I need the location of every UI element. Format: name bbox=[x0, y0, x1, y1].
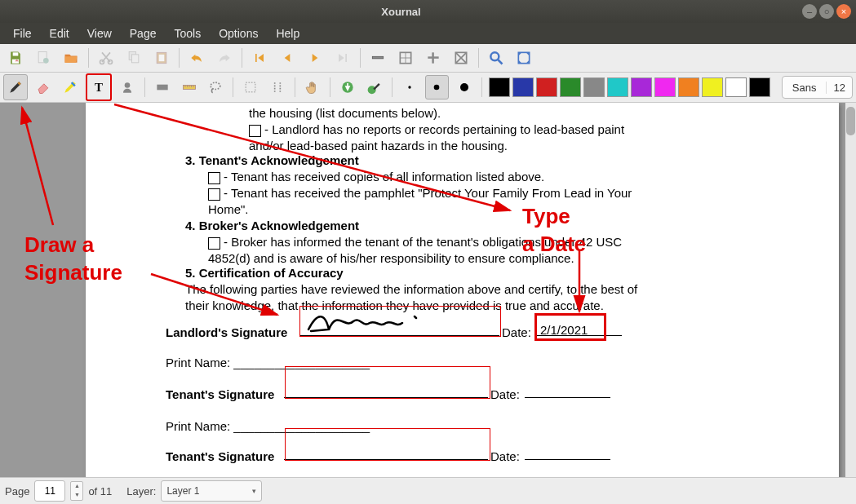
image-tool[interactable] bbox=[117, 76, 138, 99]
document-area: the housing (list documents below). - La… bbox=[0, 103, 856, 477]
zoom-width-button[interactable] bbox=[449, 46, 473, 69]
doc-line: 4852(d) and is aware of his/her responsi… bbox=[208, 251, 574, 265]
toolbar-main bbox=[0, 44, 856, 73]
menu-edit[interactable]: Edit bbox=[42, 24, 78, 42]
default-pen-tool[interactable] bbox=[364, 76, 385, 99]
landlord-sig-label: Landlord's Signature bbox=[166, 325, 287, 339]
last-page-button[interactable] bbox=[330, 46, 355, 69]
color-swatch-7[interactable] bbox=[654, 77, 676, 97]
layer-label: Layer: bbox=[126, 485, 156, 497]
titlebar: Xournal – ○ × bbox=[0, 0, 856, 23]
font-selector[interactable]: Sans 12 bbox=[782, 76, 853, 99]
open-button[interactable] bbox=[59, 46, 83, 69]
svg-rect-9 bbox=[159, 55, 165, 61]
prev-page-button[interactable] bbox=[275, 46, 299, 69]
menu-tools[interactable]: Tools bbox=[166, 24, 209, 42]
annot-sig-box bbox=[285, 366, 490, 399]
svg-rect-7 bbox=[132, 55, 139, 63]
svg-rect-13 bbox=[432, 52, 434, 63]
shape-tool[interactable] bbox=[152, 76, 173, 99]
thin-stroke[interactable] bbox=[399, 76, 420, 99]
menu-file[interactable]: File bbox=[5, 24, 40, 42]
doc-line: - Tenant has received copies of all info… bbox=[208, 170, 544, 184]
redo-button[interactable] bbox=[212, 46, 237, 69]
svg-rect-23 bbox=[246, 82, 256, 92]
annot-sig-box bbox=[285, 428, 490, 461]
new-button[interactable] bbox=[31, 46, 55, 69]
hand-tool[interactable] bbox=[302, 76, 323, 99]
tenant-sig-label: Tenant's Signature bbox=[166, 449, 274, 463]
default-tool[interactable] bbox=[337, 76, 358, 99]
color-swatch-0[interactable] bbox=[489, 77, 510, 97]
scrollbar[interactable] bbox=[845, 103, 856, 477]
svg-rect-20 bbox=[157, 85, 168, 91]
lasso-tool[interactable] bbox=[205, 76, 226, 99]
svg-line-16 bbox=[499, 60, 503, 64]
next-page-button[interactable] bbox=[303, 46, 327, 69]
zoom-fit-button[interactable] bbox=[393, 46, 418, 69]
fullscreen-button[interactable] bbox=[512, 46, 536, 69]
close-button[interactable]: × bbox=[836, 4, 851, 19]
copy-button[interactable] bbox=[122, 46, 146, 69]
thick-stroke[interactable] bbox=[454, 76, 475, 99]
svg-rect-0 bbox=[13, 52, 19, 55]
eraser-tool[interactable] bbox=[33, 76, 54, 99]
signature-drawing bbox=[304, 305, 435, 336]
color-swatch-6[interactable] bbox=[631, 77, 652, 97]
svg-line-29 bbox=[22, 108, 53, 225]
svg-point-25 bbox=[367, 86, 375, 94]
medium-stroke[interactable] bbox=[425, 75, 448, 99]
color-swatch-11[interactable] bbox=[749, 77, 770, 97]
scrollbar-thumb[interactable] bbox=[846, 107, 855, 135]
color-swatch-8[interactable] bbox=[678, 77, 699, 97]
vertical-space-tool[interactable] bbox=[267, 76, 288, 99]
menu-page[interactable]: Page bbox=[122, 24, 165, 42]
highlighter-tool[interactable] bbox=[60, 76, 81, 99]
color-swatch-10[interactable] bbox=[725, 77, 747, 97]
page[interactable]: the housing (list documents below). - La… bbox=[86, 103, 839, 477]
pen-tool[interactable] bbox=[3, 74, 28, 100]
typed-date: 2/1/2021 bbox=[540, 323, 588, 337]
first-page-button[interactable] bbox=[247, 46, 272, 69]
date-line bbox=[525, 397, 610, 398]
menu-help[interactable]: Help bbox=[268, 24, 308, 42]
page-spinner[interactable]: ▲▼ bbox=[70, 481, 83, 501]
doc-line: the housing (list documents below). bbox=[249, 106, 441, 120]
menu-view[interactable]: View bbox=[79, 24, 120, 42]
minimize-button[interactable]: – bbox=[802, 4, 817, 19]
color-swatch-3[interactable] bbox=[560, 77, 581, 97]
color-swatch-4[interactable] bbox=[583, 77, 605, 97]
select-rect-tool[interactable] bbox=[240, 76, 261, 99]
zoom-in-button[interactable] bbox=[421, 46, 446, 69]
doc-line: and/or lead-based paint hazards in the h… bbox=[249, 139, 508, 153]
svg-point-15 bbox=[490, 52, 499, 60]
undo-button[interactable] bbox=[184, 46, 209, 69]
doc-line: - Broker has informed the tenant of the … bbox=[208, 235, 622, 250]
paste-button[interactable] bbox=[149, 46, 174, 69]
zoom-out-button[interactable] bbox=[366, 46, 390, 69]
svg-rect-10 bbox=[372, 56, 383, 59]
zoom-button[interactable] bbox=[484, 46, 508, 69]
font-size: 12 bbox=[826, 82, 851, 94]
doc-heading: 4. Broker's Acknowledgement bbox=[185, 219, 359, 232]
cut-button[interactable] bbox=[94, 46, 118, 69]
tenant-sig-label: Tenant's Signature bbox=[166, 387, 274, 401]
layer-select[interactable]: Layer 1▾ bbox=[161, 480, 262, 502]
menu-options[interactable]: Options bbox=[211, 24, 266, 42]
text-tool[interactable]: T bbox=[86, 73, 112, 101]
date-line bbox=[525, 459, 610, 460]
doc-line: - Landlord has no reports or records per… bbox=[249, 122, 624, 137]
maximize-button[interactable]: ○ bbox=[819, 4, 834, 19]
save-button[interactable] bbox=[3, 46, 28, 69]
color-swatch-5[interactable] bbox=[607, 77, 628, 97]
color-swatch-9[interactable] bbox=[702, 77, 723, 97]
color-swatch-2[interactable] bbox=[536, 77, 557, 97]
svg-point-27 bbox=[434, 85, 440, 91]
color-swatch-1[interactable] bbox=[512, 77, 534, 97]
color-palette bbox=[489, 77, 770, 97]
page-number-input[interactable] bbox=[34, 480, 65, 502]
svg-text:T: T bbox=[95, 81, 103, 94]
font-name: Sans bbox=[783, 82, 827, 94]
date-label: Date: bbox=[490, 449, 520, 463]
ruler-tool[interactable] bbox=[179, 76, 200, 99]
